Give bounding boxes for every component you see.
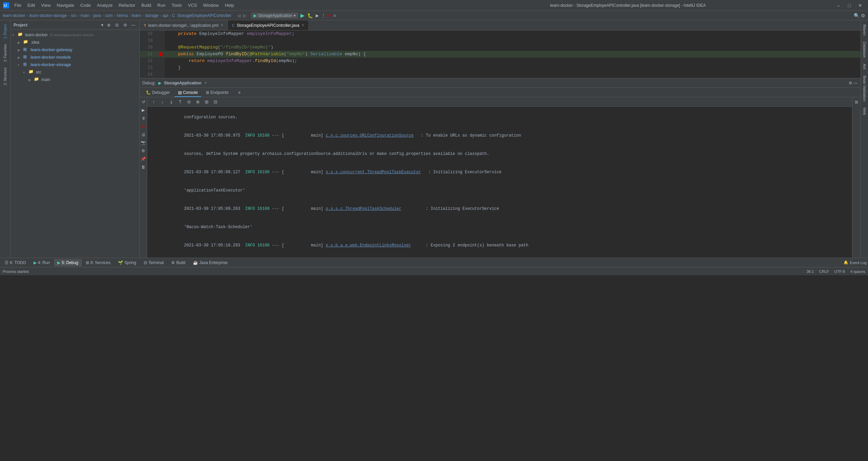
status-crlf[interactable]: CRLF bbox=[819, 269, 829, 274]
stop-button[interactable]: ■ bbox=[328, 13, 331, 18]
toolbar-scroll-top[interactable]: ⤒ bbox=[176, 98, 184, 106]
bottom-tab-terminal[interactable]: ⊟ Terminal bbox=[140, 259, 167, 266]
debug-gear-icon[interactable]: ⚙ bbox=[140, 147, 147, 154]
left-tab-favorites[interactable]: 2: Favorites bbox=[2, 41, 8, 64]
editor-tab-yaml[interactable]: Y learn-docker-storage\...\application.y… bbox=[140, 20, 228, 30]
toolbar-more[interactable]: ≡ bbox=[333, 13, 336, 18]
status-encoding[interactable]: UTF-8 bbox=[834, 269, 845, 274]
bottom-tab-services[interactable]: ⊞ 8: Services bbox=[82, 259, 114, 266]
menu-refactor[interactable]: Refactor bbox=[116, 1, 138, 9]
tree-src[interactable]: ▾ 📁 src bbox=[11, 68, 139, 76]
debug-pin-icon[interactable]: 📌 bbox=[140, 156, 147, 162]
menu-navigate[interactable]: Navigate bbox=[54, 1, 77, 9]
code-editor[interactable]: 18 private EmployeInfoMapper employeInfo… bbox=[140, 31, 861, 78]
toolbar-grid[interactable]: ⊟ bbox=[212, 98, 219, 106]
event-log-icon[interactable]: 🔔 bbox=[844, 260, 848, 265]
console-output[interactable]: configuration sources. 2021-03-30 17:05:… bbox=[147, 107, 852, 258]
left-tab-project[interactable]: 1: Project bbox=[2, 22, 8, 41]
bottom-tab-todo[interactable]: ☰ 6: TODO bbox=[1, 259, 29, 266]
menu-vcs[interactable]: VCS bbox=[185, 1, 200, 9]
coverage-button[interactable]: ▶ bbox=[316, 13, 319, 18]
debug-trash-icon[interactable]: 🗑 bbox=[140, 164, 147, 171]
tree-gateway[interactable]: ▶ ▦ learn-docker-gateway bbox=[11, 46, 139, 54]
debug-tab-console[interactable]: ▤ Console bbox=[175, 89, 201, 97]
breadcrumb-java[interactable]: java bbox=[93, 13, 101, 18]
panel-icon-collapse[interactable]: ⊟ bbox=[114, 22, 120, 28]
menu-edit[interactable]: Edit bbox=[25, 1, 38, 9]
breadcrumb-storage-pkg[interactable]: storage bbox=[145, 13, 159, 18]
status-cursor[interactable]: 36:1 bbox=[807, 269, 814, 274]
menu-analyze[interactable]: Analyze bbox=[94, 1, 115, 9]
menu-help[interactable]: Help bbox=[222, 1, 237, 9]
tree-main[interactable]: ▶ 📁 main bbox=[11, 76, 139, 83]
toolbar-filter2[interactable]: ⊗ bbox=[194, 98, 201, 106]
tree-storage[interactable]: ▾ ▦ learn-docker-storage bbox=[11, 61, 139, 68]
breadcrumb-storage[interactable]: learn-docker-storage bbox=[29, 13, 67, 18]
right-sidebar-maven[interactable]: Maven bbox=[862, 22, 867, 38]
menu-build[interactable]: Build bbox=[139, 1, 154, 9]
search-everywhere-icon[interactable]: 🔍 bbox=[854, 13, 860, 18]
run-config-dropdown[interactable]: ▶ StorageApplication ▾ bbox=[251, 13, 298, 19]
toolbar-scroll-up[interactable]: ↑ bbox=[150, 98, 157, 106]
right-sidebar-database[interactable]: Database bbox=[862, 39, 867, 60]
left-tab-structure[interactable]: Z: Structure bbox=[2, 65, 8, 88]
status-indent[interactable]: 4 spaces bbox=[850, 269, 865, 274]
tree-module[interactable]: ▶ ▦ learn-docker-module bbox=[11, 54, 139, 61]
debug-session-close[interactable]: ✕ bbox=[204, 81, 207, 85]
toolbar-scroll-end[interactable]: ⤓ bbox=[167, 98, 175, 106]
debug-tab-endpoints[interactable]: ⊞ Endpoints bbox=[202, 89, 232, 97]
breadcrumb-api[interactable]: api bbox=[163, 13, 168, 18]
breakpoint-21[interactable] bbox=[159, 52, 163, 56]
menu-code[interactable]: Code bbox=[78, 1, 94, 9]
more-run-icon[interactable]: ⋮ bbox=[321, 13, 326, 18]
debug-tab-debugger[interactable]: 🐛 Debugger bbox=[142, 89, 173, 97]
maximize-button[interactable]: □ bbox=[844, 1, 854, 10]
toolbar-table[interactable]: ⊞ bbox=[203, 98, 210, 106]
menu-run[interactable]: Run bbox=[155, 1, 168, 9]
minimize-button[interactable]: – bbox=[833, 1, 844, 10]
editor-tab-java[interactable]: C StorageEmployeAPIController.java ✕ bbox=[228, 20, 309, 30]
toolbar-scroll-down[interactable]: ↓ bbox=[159, 98, 166, 106]
tree-idea[interactable]: ▶ 📁 .idea bbox=[11, 39, 139, 46]
debug-camera-icon[interactable]: 📷 bbox=[140, 139, 147, 146]
tab-close-yaml[interactable]: ✕ bbox=[220, 23, 223, 27]
bottom-tab-build[interactable]: ⚙ Build bbox=[168, 259, 189, 266]
right-sidebar-bean[interactable]: Bean Validation bbox=[862, 73, 867, 104]
debug-tab-options[interactable]: ≡ bbox=[235, 89, 244, 97]
debug-restart-icon[interactable]: ↺ bbox=[140, 99, 147, 105]
toolbar-filter[interactable]: ⊘ bbox=[185, 98, 193, 106]
panel-settings[interactable]: ⚙ bbox=[122, 22, 129, 28]
breadcrumb-learn-docker[interactable]: learn-docker bbox=[3, 13, 25, 18]
debug-pause-icon[interactable]: ⏸ bbox=[140, 115, 147, 122]
panel-icon-sync[interactable]: ⊕ bbox=[105, 22, 112, 28]
breadcrumb-com[interactable]: com bbox=[105, 13, 113, 18]
bottom-tab-java-enterprise[interactable]: ☕ Java Enterprise bbox=[190, 259, 231, 266]
debug-side-icon-1[interactable]: ⊞ bbox=[853, 99, 860, 105]
menu-window[interactable]: Window bbox=[200, 1, 221, 9]
debug-minimize-icon[interactable]: — bbox=[854, 81, 858, 85]
settings-icon[interactable]: ⚙ bbox=[861, 13, 865, 18]
right-sidebar-web[interactable]: Web bbox=[862, 105, 867, 118]
panel-minimize[interactable]: — bbox=[130, 22, 137, 28]
event-log-label[interactable]: Event Log bbox=[850, 261, 867, 265]
debug-button[interactable]: 🐛 bbox=[307, 13, 313, 18]
breadcrumb-main[interactable]: main bbox=[80, 13, 89, 18]
breadcrumb-class[interactable]: StorageEmployeAPIController bbox=[177, 13, 231, 18]
tree-root[interactable]: ▾ 📁 learn-docker D:\workspace\learn-dock… bbox=[11, 31, 139, 39]
debug-app-name[interactable]: StorageApplication bbox=[164, 81, 201, 85]
tab-close-java[interactable]: ✕ bbox=[301, 23, 304, 27]
debug-resume-icon[interactable]: ▶ bbox=[140, 107, 147, 114]
menu-tools[interactable]: Tools bbox=[169, 1, 184, 9]
breadcrumb-src[interactable]: src bbox=[71, 13, 76, 18]
debug-print-icon[interactable]: 🖨 bbox=[140, 131, 147, 138]
menu-file[interactable]: File bbox=[12, 1, 24, 9]
debug-settings-icon[interactable]: ⚙ bbox=[849, 81, 852, 85]
debug-stop-icon[interactable]: ■ bbox=[140, 123, 147, 130]
menu-view[interactable]: View bbox=[38, 1, 53, 9]
bottom-tab-spring[interactable]: 🌱 Spring bbox=[115, 259, 140, 266]
breadcrumb-heima[interactable]: heima bbox=[117, 13, 128, 18]
breadcrumb-learn[interactable]: learn bbox=[132, 13, 141, 18]
right-sidebar-ant[interactable]: Ant bbox=[862, 61, 867, 72]
bottom-tab-debug[interactable]: ▶ 5: Debug bbox=[54, 259, 82, 266]
nav-back-icon[interactable]: ◁ bbox=[237, 13, 240, 18]
